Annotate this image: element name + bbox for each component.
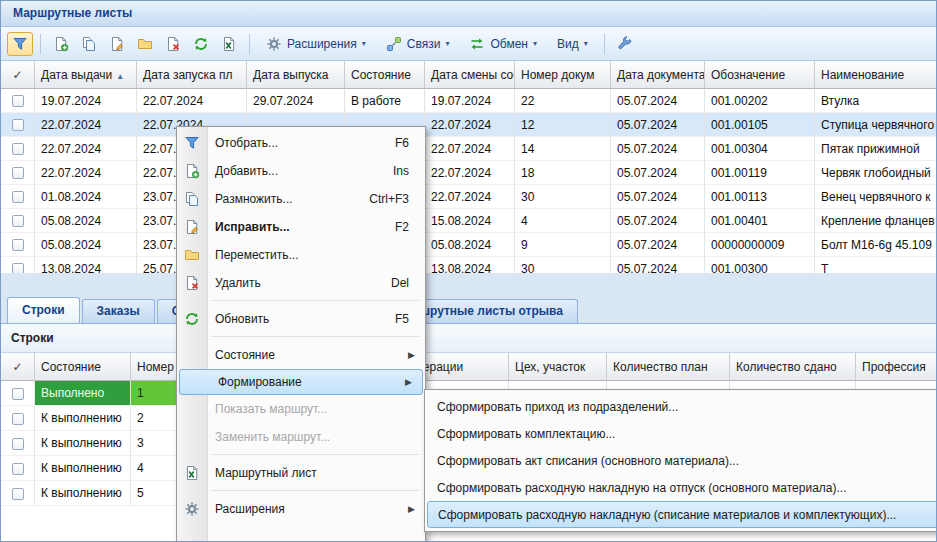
header-check[interactable]: ✓ <box>1 353 35 381</box>
table-row[interactable]: 01.08.202423.07.2024 22.07.202430 05.07.… <box>1 185 936 209</box>
row-checkbox[interactable] <box>12 167 24 179</box>
submenu-item-komplektaciya[interactable]: Сформировать комплектацию... <box>427 420 937 447</box>
context-menu: Отобрать... F6 Добавить... Ins Размножит… <box>176 126 426 542</box>
refresh-icon <box>193 36 209 52</box>
header-data-vypuska[interactable]: Дата выпуска <box>247 61 345 89</box>
delete-button[interactable] <box>160 32 186 56</box>
links-dropdown[interactable]: Связи ▾ <box>377 32 459 56</box>
row-checkbox[interactable] <box>12 239 24 251</box>
header-data-dokumenta[interactable]: Дата документа <box>611 61 705 89</box>
status-badge: К выполнению <box>35 456 131 481</box>
row-checkbox[interactable] <box>12 191 24 203</box>
exchange-dropdown[interactable]: Обмен ▾ <box>460 32 546 56</box>
header-check[interactable]: ✓ <box>1 61 35 89</box>
tab-stroki[interactable]: Строки <box>7 297 80 323</box>
row-checkbox[interactable] <box>12 143 24 155</box>
menu-item-refresh[interactable]: Обновить F5 <box>177 305 425 333</box>
header-data-smeny[interactable]: Дата смены сос <box>425 61 515 89</box>
excel-icon <box>177 465 207 481</box>
header-professiya[interactable]: Профессия <box>856 353 936 381</box>
menu-separator <box>177 451 425 459</box>
gear-icon <box>266 36 282 52</box>
menu-item-show-route: Показать маршрут... <box>177 395 425 423</box>
check-icon: ✓ <box>12 68 22 82</box>
chevron-down-icon: ▾ <box>584 39 588 48</box>
menu-item-filter[interactable]: Отобрать... F6 <box>177 129 425 157</box>
move-button[interactable] <box>132 32 158 56</box>
tab-zakazy[interactable]: Заказы <box>82 299 155 323</box>
row-checkbox[interactable] <box>12 263 24 273</box>
status-badge: К выполнению <box>35 431 131 456</box>
header-data-zapuska[interactable]: Дата запуска пл <box>137 61 247 89</box>
delete-document-icon <box>177 275 207 291</box>
add-document-icon <box>53 36 69 52</box>
menu-item-add[interactable]: Добавить... Ins <box>177 157 425 185</box>
settings-wrench-button[interactable] <box>612 32 638 56</box>
window-titlebar: Маршрутные листы <box>1 1 936 27</box>
header-kolichestvo-sdano[interactable]: Количество сдано <box>730 353 856 381</box>
header-naimenovanie[interactable]: Наименование <box>815 61 936 89</box>
row-checkbox[interactable] <box>12 119 24 131</box>
duplicate-document-icon <box>177 191 207 207</box>
chevron-down-icon: ▾ <box>445 39 449 48</box>
menu-item-delete[interactable]: Удалить Del <box>177 269 425 297</box>
refresh-icon <box>177 311 207 327</box>
menu-item-move[interactable]: Переместить... <box>177 241 425 269</box>
filter-button[interactable] <box>7 32 33 56</box>
check-icon: ✓ <box>12 360 22 374</box>
row-checkbox[interactable] <box>12 488 24 500</box>
submenu-item-rashodnaya-otpusk[interactable]: Сформировать расходную накладную на отпу… <box>427 474 937 501</box>
row-checkbox[interactable] <box>12 463 24 475</box>
header-oboznachenie[interactable]: Обозначение <box>705 61 815 89</box>
header-nomer-dokumenta[interactable]: Номер докум <box>515 61 611 89</box>
table-row[interactable]: 13.08.202425.07.2024 13.08.202430 05.07.… <box>1 257 936 273</box>
chevron-down-icon: ▾ <box>362 39 366 48</box>
move-folder-icon <box>137 36 153 52</box>
edit-button[interactable] <box>104 32 130 56</box>
table-row[interactable]: 22.07.202422.07.2024 22.07.202414 05.07.… <box>1 137 936 161</box>
chevron-down-icon: ▾ <box>533 39 537 48</box>
menu-item-edit[interactable]: Исправить... F2 <box>177 213 425 241</box>
table-row[interactable]: 05.08.202423.07.2024 05.08.20249 05.07.2… <box>1 233 936 257</box>
forming-submenu: Сформировать приход из подразделений... … <box>424 389 937 532</box>
menu-item-forming[interactable]: Формирование ▶ <box>179 369 423 395</box>
menu-separator <box>177 297 425 305</box>
excel-export-button[interactable] <box>216 32 242 56</box>
table-row[interactable]: 22.07.202422.07.2024 22.07.202418 05.07.… <box>1 161 936 185</box>
row-checkbox[interactable] <box>12 95 24 107</box>
header-nomer[interactable]: Номер <box>131 353 177 381</box>
duplicate-button[interactable] <box>76 32 102 56</box>
refresh-button[interactable] <box>188 32 214 56</box>
header-sostoyanie[interactable]: Состояние <box>345 61 425 89</box>
row-checkbox[interactable] <box>12 438 24 450</box>
menu-item-replace-route: Заменить маршрут... <box>177 423 425 451</box>
header-kolichestvo-plan[interactable]: Количество план <box>607 353 730 381</box>
submenu-item-rashodnaya-spisanie[interactable]: Сформировать расходную накладную (списан… <box>427 501 937 528</box>
table-row[interactable]: 05.08.202423.07.2024 15.08.20244 05.07.2… <box>1 209 936 233</box>
filter-icon <box>177 135 207 151</box>
row-checkbox[interactable] <box>12 388 24 400</box>
menu-item-duplicate[interactable]: Размножить... Ctrl+F3 <box>177 185 425 213</box>
menu-item-route-sheet[interactable]: Маршрутный лист <box>177 459 425 487</box>
links-icon <box>386 36 402 52</box>
header-ceh-uchastok[interactable]: Цех, участок <box>509 353 607 381</box>
row-checkbox[interactable] <box>12 413 24 425</box>
status-badge: К выполнению <box>35 406 131 431</box>
header-sostoyanie[interactable]: Состояние <box>35 353 131 381</box>
submenu-arrow-icon: ▶ <box>408 350 417 360</box>
row-checkbox[interactable] <box>12 215 24 227</box>
menu-item-extensions[interactable]: Расширения ▶ <box>177 495 425 523</box>
view-dropdown[interactable]: Вид ▾ <box>548 32 597 56</box>
submenu-item-akt-spisaniya[interactable]: Сформировать акт списания (основного мат… <box>427 447 937 474</box>
table-row[interactable]: 19.07.202422.07.2024 29.07.2024В работе … <box>1 89 936 113</box>
toolbar-separator <box>604 34 605 54</box>
main-table-header-row: ✓ Дата выдачи▲ Дата запуска пл Дата выпу… <box>1 61 936 89</box>
menu-separator <box>177 333 425 341</box>
toolbar-separator <box>40 34 41 54</box>
table-row-selected[interactable]: 22.07.202422.07.2024 22.07.202412 05.07.… <box>1 113 936 137</box>
extensions-dropdown[interactable]: Расширения ▾ <box>257 32 375 56</box>
header-data-vydachi[interactable]: Дата выдачи▲ <box>35 61 137 89</box>
menu-item-state[interactable]: Состояние ▶ <box>177 341 425 369</box>
add-button[interactable] <box>48 32 74 56</box>
submenu-item-prihod[interactable]: Сформировать приход из подразделений... <box>427 393 937 420</box>
